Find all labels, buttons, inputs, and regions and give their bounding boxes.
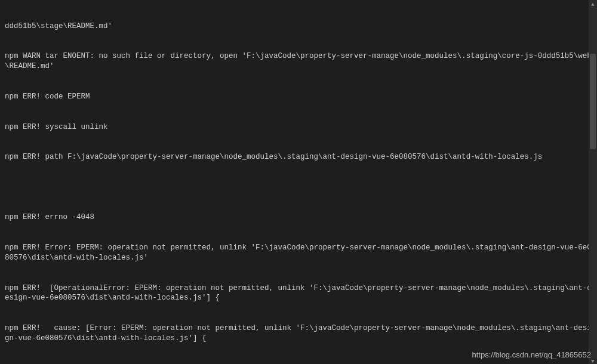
scroll-arrow-down-icon[interactable]: ▼ <box>590 358 595 363</box>
terminal-line: npm ERR! syscall unlink <box>5 122 592 132</box>
terminal-line <box>5 183 592 193</box>
scroll-arrow-up-icon[interactable]: ▲ <box>590 1 595 6</box>
scrollbar-thumb[interactable] <box>590 54 596 149</box>
scrollbar[interactable]: ▲ ▼ <box>589 0 597 364</box>
terminal-line: npm ERR! errno -4048 <box>5 212 592 223</box>
terminal-line: npm ERR! code EPERM <box>5 92 592 102</box>
terminal-line: npm ERR! Error: EPERM: operation not per… <box>5 243 592 263</box>
terminal-line: npm WARN tar ENOENT: no such file or dir… <box>5 51 592 72</box>
terminal-line: npm ERR! cause: [Error: EPERM: operation… <box>5 323 592 344</box>
terminal-line: npm ERR! path F:\javaCode\property-serve… <box>5 152 592 162</box>
terminal-line: ddd51b5\stage\README.md' <box>5 21 592 32</box>
watermark-text: https://blog.csdn.net/qq_41865652 <box>472 350 592 360</box>
terminal-line: npm ERR! [OperationalError: EPERM: opera… <box>5 283 592 304</box>
terminal-output: ddd51b5\stage\README.md' npm WARN tar EN… <box>5 1 592 364</box>
